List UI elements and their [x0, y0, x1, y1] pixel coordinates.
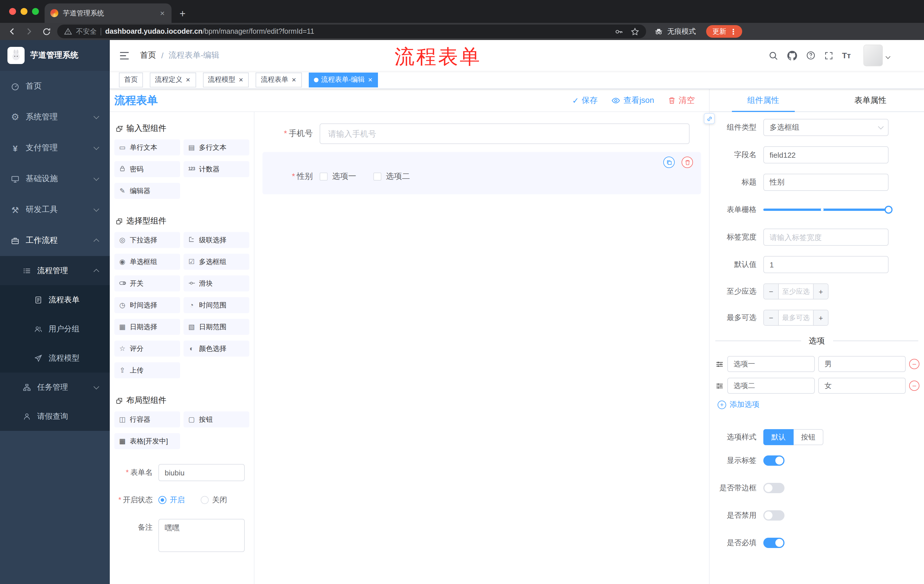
component-dropdown[interactable]: ◎下拉选择	[114, 232, 180, 248]
default-value-input[interactable]	[763, 256, 889, 273]
component-type-value[interactable]	[763, 119, 889, 136]
title-input[interactable]	[763, 174, 889, 191]
sidebar-item-devtools[interactable]: ⚒ 研发工具	[0, 194, 110, 225]
forward-button[interactable]	[23, 25, 35, 38]
show-label-toggle[interactable]	[763, 456, 784, 466]
checkbox[interactable]	[320, 173, 328, 181]
security-label[interactable]: 不安全	[76, 26, 97, 36]
slider-track[interactable]	[763, 209, 889, 211]
font-size-icon[interactable]: Tт	[842, 51, 851, 60]
window-minimize-button[interactable]	[21, 8, 28, 15]
drag-handle-icon[interactable]	[715, 382, 724, 390]
tab-component-props[interactable]: 组件属性	[710, 89, 817, 112]
page-url[interactable]: dashboard.yudao.iocoder.cn/bpm/manager/f…	[105, 28, 607, 35]
component-multi-text[interactable]: ▤多行文本	[183, 140, 249, 155]
fullscreen-icon[interactable]	[824, 51, 833, 60]
gender-option-1[interactable]: 选项一	[320, 171, 356, 182]
option-label-input[interactable]	[727, 378, 815, 394]
user-menu[interactable]	[863, 44, 890, 66]
update-button[interactable]: 更新 ⋮	[706, 25, 742, 38]
component-password[interactable]: 密码	[114, 161, 180, 177]
tab-close-icon[interactable]: ×	[159, 8, 166, 18]
increase-button[interactable]: +	[813, 284, 828, 299]
tag-close-icon[interactable]: ×	[368, 76, 373, 84]
component-radio-group[interactable]: ◉单选框组	[114, 254, 180, 270]
breadcrumb-home[interactable]: 首页	[140, 50, 156, 61]
view-json-button[interactable]: 查看json	[612, 95, 654, 105]
sidebar-item-home[interactable]: 首页	[0, 71, 110, 102]
tag-close-icon[interactable]: ×	[185, 76, 191, 84]
component-rate[interactable]: ☆评分	[114, 341, 180, 357]
bookmark-star-icon[interactable]	[631, 27, 639, 36]
form-grid-slider[interactable]	[763, 201, 889, 218]
sidebar-item-payment[interactable]: ¥ 支付管理	[0, 133, 110, 163]
decrease-button[interactable]: −	[764, 310, 779, 325]
security-warning-icon[interactable]	[64, 28, 72, 35]
component-button[interactable]: ▢按钮	[183, 411, 249, 428]
link-icon[interactable]	[704, 113, 715, 124]
option-label-input[interactable]	[727, 356, 815, 372]
sidebar-item-user-groups[interactable]: 用户分组	[0, 314, 110, 344]
gender-option-2[interactable]: 选项二	[373, 171, 410, 182]
status-closed-radio[interactable]: 关闭	[201, 495, 227, 505]
slider-handle[interactable]	[884, 206, 893, 214]
component-editor[interactable]: ✎编辑器	[114, 183, 180, 199]
browser-tab[interactable]: 芋道管理系统 ×	[45, 3, 172, 23]
style-button-button[interactable]: 按钮	[794, 429, 823, 445]
tab-form-props[interactable]: 表单属性	[817, 89, 924, 112]
sidebar-item-process-model[interactable]: 流程模型	[0, 344, 110, 373]
sidebar-item-workflow[interactable]: 工作流程	[0, 225, 110, 256]
phone-input[interactable]	[320, 123, 690, 144]
tag-process-form[interactable]: 流程表单 ×	[256, 72, 302, 87]
required-toggle[interactable]	[763, 538, 784, 548]
sidebar-item-process-management[interactable]: 流程管理	[0, 256, 110, 285]
component-cascader[interactable]: 级联选择	[183, 232, 249, 248]
reload-button[interactable]	[40, 25, 53, 38]
component-switch[interactable]: 开关	[114, 275, 180, 291]
window-close-button[interactable]	[9, 8, 16, 15]
sidebar-item-leave-query[interactable]: 请假查询	[0, 402, 110, 431]
component-table[interactable]: ▦表格[开发中]	[114, 433, 180, 449]
tag-process-definition[interactable]: 流程定义 ×	[150, 72, 196, 87]
component-color-picker[interactable]: ◐颜色选择	[183, 341, 249, 357]
tag-home[interactable]: 首页	[119, 72, 143, 87]
search-icon[interactable]	[768, 51, 778, 60]
github-icon[interactable]	[787, 51, 797, 60]
increase-button[interactable]: +	[813, 310, 828, 325]
sidebar-toggle-icon[interactable]	[119, 51, 130, 60]
component-upload[interactable]: ⇪上传	[114, 362, 180, 378]
remove-option-icon[interactable]: −	[909, 380, 919, 391]
min-select-value[interactable]: 至少应选	[779, 284, 813, 299]
add-option-button[interactable]: + 添加选项	[718, 400, 924, 410]
sidebar-item-task-management[interactable]: 任务管理	[0, 373, 110, 402]
address-bar[interactable]: 不安全 dashboard.yudao.iocoder.cn/bpm/manag…	[57, 25, 646, 38]
browser-menu-icon[interactable]: ⋮	[729, 27, 737, 36]
component-time-range[interactable]: ◔时间范围	[183, 297, 249, 313]
sidebar-item-infrastructure[interactable]: 基础设施	[0, 163, 110, 194]
component-single-text[interactable]: ▭单行文本	[114, 140, 180, 155]
tag-process-form-edit[interactable]: 流程表单-编辑 ×	[309, 72, 378, 87]
status-open-radio[interactable]: 开启	[158, 495, 185, 505]
sidebar-item-system[interactable]: ⚙ 系统管理	[0, 102, 110, 133]
form-remark-textarea[interactable]: 嘿嘿	[158, 519, 245, 552]
disabled-toggle[interactable]	[763, 510, 784, 521]
new-tab-button[interactable]: +	[180, 8, 186, 19]
component-slider[interactable]: 滑块	[183, 275, 249, 291]
option-value-input[interactable]	[818, 378, 906, 394]
component-date-picker[interactable]: ▦日期选择	[114, 319, 180, 335]
tag-close-icon[interactable]: ×	[291, 76, 297, 84]
max-select-value[interactable]: 最多可选	[779, 310, 813, 325]
help-icon[interactable]	[806, 51, 815, 60]
form-name-input[interactable]	[158, 464, 245, 481]
app-logo-row[interactable]: 芋道管理系统	[0, 40, 110, 71]
remove-option-icon[interactable]: −	[909, 359, 919, 369]
component-row-container[interactable]: ◫行容器	[114, 411, 180, 428]
label-width-input[interactable]	[763, 229, 889, 246]
field-name-input[interactable]	[763, 146, 889, 163]
sidebar-item-process-form[interactable]: 流程表单	[0, 285, 110, 314]
decrease-button[interactable]: −	[764, 284, 779, 299]
password-key-icon[interactable]	[615, 27, 623, 36]
back-button[interactable]	[6, 25, 18, 38]
canvas-field-gender[interactable]: *性别 选项一 选项二	[262, 152, 701, 194]
component-counter[interactable]: 123计数器	[183, 161, 249, 177]
